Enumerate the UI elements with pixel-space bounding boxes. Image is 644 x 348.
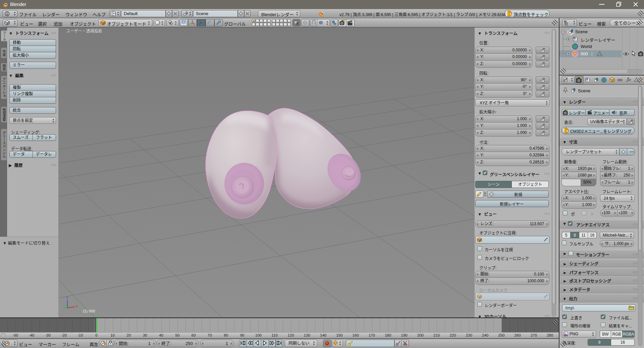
- svg-text:y: y: [63, 303, 65, 307]
- svg-text:x: x: [76, 304, 78, 308]
- svg-text:ユーザー・透視投影: ユーザー・透視投影: [66, 29, 102, 34]
- svg-text:z: z: [66, 295, 68, 299]
- svg-text:(1) 000: (1) 000: [83, 309, 95, 313]
